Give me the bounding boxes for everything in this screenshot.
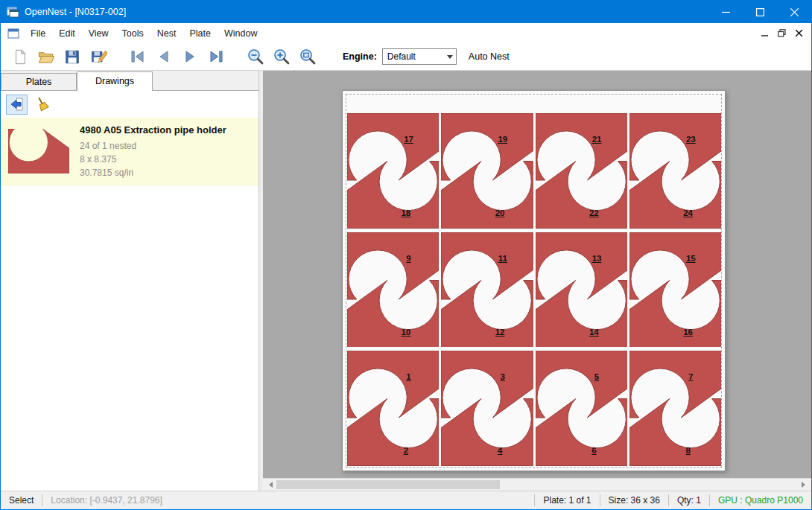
part-number: 2	[404, 446, 408, 455]
part-shapes	[536, 232, 627, 348]
part-number: 21	[592, 135, 602, 144]
broom-icon	[35, 97, 50, 112]
part-number: 5	[594, 372, 599, 381]
nested-part-pair[interactable]: 13 14	[536, 232, 627, 348]
nested-part-pair[interactable]: 9 10	[347, 232, 439, 348]
tab-plates[interactable]: Plates	[1, 73, 77, 90]
menu-tools[interactable]: Tools	[115, 25, 150, 42]
auto-nest-button[interactable]: Auto Nest	[469, 51, 510, 62]
close-icon	[790, 8, 799, 16]
drawing-nested-count: 24 of 1 nested	[80, 139, 226, 153]
drawing-title: 4980 A05 Extraction pipe holder	[80, 124, 226, 136]
nested-part-pair[interactable]: 23 24	[629, 113, 721, 229]
tab-drawings[interactable]: Drawings	[77, 71, 153, 91]
nested-part-pair[interactable]: 19 20	[441, 113, 533, 229]
save-edit-icon	[89, 48, 107, 66]
drawings-toolbar	[1, 91, 258, 118]
save-edit-button[interactable]	[85, 45, 111, 68]
last-arrow-icon	[207, 48, 225, 66]
nested-part-pair[interactable]: 3 4	[441, 351, 533, 466]
part-number: 19	[498, 135, 507, 144]
save-button[interactable]	[59, 45, 85, 68]
menu-window[interactable]: Window	[218, 25, 264, 42]
clean-button[interactable]	[31, 95, 53, 115]
drawing-list-item[interactable]: 4980 A05 Extraction pipe holder 24 of 1 …	[1, 118, 258, 186]
next-arrow-icon	[181, 48, 199, 66]
mdi-close-button[interactable]	[790, 25, 808, 41]
minimize-button[interactable]	[708, 1, 743, 23]
nested-part-pair[interactable]: 5 6	[536, 351, 627, 466]
previous-arrow-icon	[155, 48, 173, 66]
app-window: OpenNest - [N0317-002] File Edit View To…	[0, 0, 812, 510]
mdi-close-icon	[796, 30, 803, 37]
part-shapes	[629, 113, 721, 229]
app-icon	[7, 6, 19, 18]
part-number: 18	[401, 208, 410, 217]
first-plate-button[interactable]	[124, 45, 150, 68]
part-number: 3	[501, 372, 505, 381]
part-number: 11	[498, 254, 507, 263]
part-number: 24	[683, 208, 693, 217]
engine-select[interactable]: Default	[382, 48, 457, 65]
zoom-fit-button[interactable]	[294, 45, 320, 68]
part-shapes	[629, 232, 721, 348]
part-number: 4	[498, 446, 502, 455]
nested-part-pair[interactable]: 11 12	[441, 232, 533, 348]
engine-selected-value: Default	[383, 51, 444, 62]
engine-label: Engine:	[343, 51, 377, 62]
menu-plate[interactable]: Plate	[183, 25, 218, 42]
close-button[interactable]	[777, 1, 811, 23]
scroll-left-arrow[interactable]	[263, 479, 276, 491]
zoom-out-button[interactable]	[242, 45, 268, 68]
part-shapes	[347, 351, 439, 466]
horizontal-scrollbar[interactable]	[263, 478, 811, 491]
menu-edit[interactable]: Edit	[52, 25, 82, 42]
nested-part-pair[interactable]: 21 22	[536, 113, 627, 229]
new-button[interactable]	[7, 45, 33, 68]
next-plate-button[interactable]	[177, 45, 203, 68]
replace-drawing-button[interactable]	[6, 95, 28, 115]
scroll-right-arrow[interactable]	[799, 479, 811, 491]
minimize-icon	[722, 8, 730, 16]
part-shapes	[536, 113, 627, 229]
drawing-area: 30.7815 sq/in	[80, 166, 226, 179]
nest-canvas[interactable]: 17 18 19 20 21 22	[263, 71, 811, 478]
part-number: 13	[592, 254, 602, 263]
nested-part-pair[interactable]: 17 18	[347, 113, 439, 229]
open-button[interactable]	[33, 45, 59, 68]
blue-arrow-icon	[10, 97, 25, 112]
previous-plate-button[interactable]	[150, 45, 177, 68]
part-number: 6	[591, 446, 596, 455]
part-shapes	[347, 113, 439, 229]
zoom-in-icon	[273, 48, 291, 66]
mdi-minimize-button[interactable]	[756, 25, 773, 41]
maximize-button[interactable]	[743, 1, 777, 23]
nested-part-pair[interactable]: 1 2	[347, 351, 439, 466]
part-number: 16	[683, 328, 693, 337]
part-shapes	[629, 351, 721, 466]
part-shapes	[441, 113, 533, 229]
plate[interactable]: 17 18 19 20 21 22	[342, 90, 726, 471]
menu-bar: File Edit View Tools Nest Plate Window	[1, 23, 811, 43]
status-plate: Plate: 1 of 1	[535, 495, 599, 506]
part-number: 7	[688, 372, 693, 381]
mdi-restore-button[interactable]	[773, 25, 790, 41]
menu-file[interactable]: File	[24, 25, 52, 42]
scrollbar-thumb[interactable]	[276, 480, 500, 489]
part-number: 22	[589, 208, 599, 217]
menu-view[interactable]: View	[82, 25, 115, 42]
menu-nest[interactable]: Nest	[150, 25, 183, 42]
last-plate-button[interactable]	[203, 45, 229, 68]
chevron-down-icon	[444, 51, 456, 62]
part-shapes	[441, 232, 533, 348]
part-shapes	[347, 232, 439, 348]
status-mode: Select	[1, 495, 42, 506]
first-arrow-icon	[129, 48, 147, 66]
zoom-in-button[interactable]	[268, 45, 294, 68]
nested-part-pair[interactable]: 15 16	[629, 232, 721, 348]
part-shapes	[441, 351, 533, 466]
zoom-out-icon	[247, 48, 264, 66]
nested-part-pair[interactable]: 7 8	[629, 351, 721, 466]
new-file-icon	[12, 48, 28, 66]
drawing-dimensions: 8 x 8.375	[80, 153, 226, 166]
